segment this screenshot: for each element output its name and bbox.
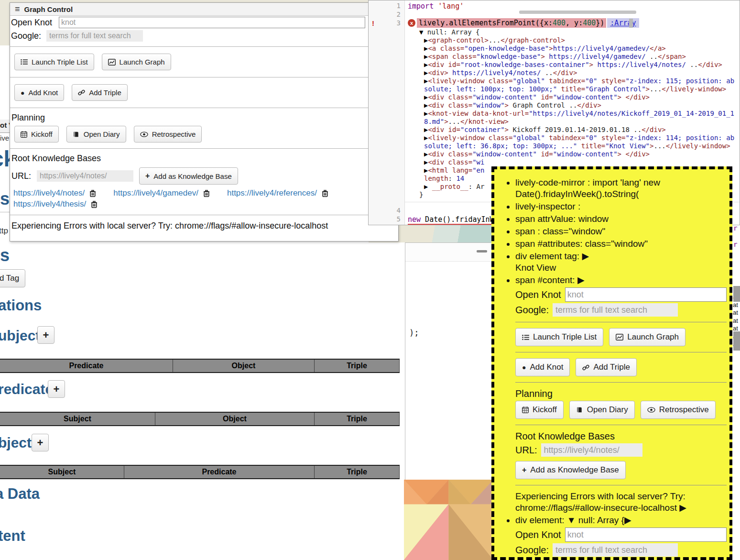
background-heading-s1: s	[0, 189, 10, 209]
trash-icon[interactable]	[203, 190, 210, 197]
editor-gutter: 1 2 3 4 5 !	[369, 0, 405, 225]
add-triple-button[interactable]: Add Triple	[576, 358, 637, 376]
add-knot-button[interactable]: ● Add Knot	[14, 84, 64, 101]
triple-table-header: SubjectObjectTriple	[0, 412, 400, 426]
tooltip-item: div element tag: ▶ Knot View	[515, 251, 727, 274]
knowledge-base-link[interactable]: https://lively4/references/	[227, 188, 317, 198]
url-label: URL:	[11, 171, 31, 181]
open-diary-button[interactable]: Open Diary	[66, 126, 126, 143]
background-heading-s2: s	[0, 245, 10, 265]
open-knot-label: Open Knot	[11, 18, 59, 28]
eye-icon	[647, 407, 655, 413]
minimize-icon[interactable]	[477, 250, 487, 253]
launch-triple-list-button[interactable]: Launch Triple List	[515, 328, 603, 346]
knowledge-base-link[interactable]: https://lively4/notes/	[13, 188, 85, 198]
knowledge-base-link[interactable]: https://lively4/gamedev/	[113, 188, 198, 198]
code-line-5[interactable]: new Date().fridayInW	[408, 215, 494, 224]
background-link-fragment-2[interactable]: ttp	[0, 226, 8, 236]
kickoff-button[interactable]: Kickoff	[14, 126, 59, 143]
launch-triple-list-button[interactable]: Launch Triple List	[14, 54, 94, 70]
retrospective-button[interactable]: Retrospective	[134, 126, 202, 143]
add-triple-label: Add Triple	[593, 362, 630, 372]
error-marker: !	[372, 19, 374, 27]
root-knowledge-bases-heading: Root Knowledge Bases	[11, 154, 398, 164]
error-code[interactable]: lively.allElementsFromPoint({x:400, y:40…	[417, 18, 606, 28]
google-search-input[interactable]	[46, 30, 143, 42]
tooltip-item: lively-code-mirror : import 'lang' new D…	[515, 177, 727, 200]
trash-icon[interactable]	[322, 190, 328, 197]
knowledge-base-link[interactable]: https://lively4/thesis/	[13, 199, 86, 209]
knowledge-base-url-input[interactable]	[37, 170, 133, 182]
tooltip-item: span #attributes: class="window"	[515, 238, 727, 250]
open-knot-input[interactable]	[565, 527, 727, 542]
knowledge-base-url-input[interactable]	[541, 443, 642, 457]
error-code-line[interactable]: x lively.allElementsFromPoint({x:400, y:…	[408, 18, 639, 28]
result-annotation[interactable]: :Array	[607, 18, 639, 28]
element-inspection-tooltip: lively-code-mirror : import 'lang' new D…	[491, 166, 732, 560]
background-link-fragment[interactable]: ive	[0, 134, 9, 142]
add-knowledge-base-button[interactable]: + Add as Knowledge Base	[515, 461, 626, 479]
table-column-header: Triple	[315, 466, 400, 478]
add-tag-button[interactable]: d Tag	[0, 269, 25, 287]
local-server-hint: Experiencing Errors with local server? T…	[515, 491, 727, 514]
add-knot-label: Add Knot	[28, 88, 58, 97]
google-search-input[interactable]	[553, 543, 678, 557]
add-predicate-button[interactable]: +	[48, 380, 65, 398]
link-chain-icon	[78, 89, 85, 96]
background-heading-ubject: ubject	[0, 328, 40, 344]
error-badge-icon: x	[408, 19, 415, 27]
add-knowledge-base-label: Add as Knowledge Base	[153, 172, 231, 180]
launch-graph-label: Launch Graph	[120, 58, 165, 66]
table-column-header: Subject	[0, 466, 124, 478]
scrollbar-thumb[interactable]	[733, 286, 740, 302]
tooltip-item: lively-inspector :	[515, 201, 727, 212]
table-column-header: Object	[173, 360, 315, 372]
launch-graph-button[interactable]: Launch Graph	[102, 54, 171, 70]
kickoff-button[interactable]: Kickoff	[515, 401, 564, 419]
list-icon	[522, 334, 529, 340]
dot-icon: ●	[21, 89, 24, 97]
knowledge-base-list: https://lively4/notes/ https://lively4/g…	[13, 188, 398, 209]
scrollbar-thumb[interactable]	[733, 331, 740, 351]
horizontal-scrollbar[interactable]	[519, 11, 636, 14]
retrospective-button[interactable]: Retrospective	[641, 401, 716, 419]
dot-icon: ●	[522, 363, 526, 371]
background-window-titlebar[interactable]	[405, 243, 493, 262]
add-knot-button[interactable]: ● Add Knot	[515, 358, 570, 376]
trash-icon[interactable]	[91, 201, 98, 208]
code-fragment: );	[409, 328, 419, 338]
scrollbar-thumb[interactable]	[629, 19, 633, 28]
book-icon	[576, 406, 583, 413]
tooltip-item: span attrValue: window	[515, 213, 727, 225]
background-heading-bject: bject	[0, 435, 32, 451]
chart-icon	[108, 59, 116, 66]
tooltip-item: div element: ▼ null: Array {▶ Open Knot …	[515, 515, 727, 560]
trash-icon[interactable]	[89, 190, 96, 197]
open-knot-input[interactable]	[565, 287, 727, 302]
add-object-button[interactable]: +	[32, 434, 49, 451]
window-menu-icon[interactable]: ≡	[15, 4, 20, 14]
background-divider	[0, 212, 11, 212]
graph-control-titlebar[interactable]: ≡ Graph Control —	[10, 3, 398, 16]
launch-graph-button[interactable]: Launch Graph	[609, 328, 686, 346]
add-knowledge-base-button[interactable]: + Add as Knowledge Base	[139, 167, 238, 185]
google-search-input[interactable]	[553, 303, 678, 317]
launch-graph-label: Launch Graph	[627, 332, 679, 342]
table-column-header: Predicate	[0, 360, 173, 372]
open-knot-input[interactable]	[59, 17, 365, 28]
triple-table-header: SubjectPredicateTriple	[0, 465, 400, 479]
add-subject-button[interactable]: +	[37, 326, 54, 344]
add-triple-button[interactable]: Add Triple	[72, 84, 128, 101]
knot-view-title: Knot View	[515, 262, 727, 274]
google-label: Google:	[11, 31, 46, 41]
table-column-header: Triple	[315, 413, 400, 425]
planning-heading: Planning	[11, 113, 398, 123]
open-diary-button[interactable]: Open Diary	[569, 401, 635, 419]
kickoff-label: Kickoff	[31, 130, 53, 138]
table-column-header: Triple	[315, 360, 400, 372]
knowledge-base-item: https://lively4/references/	[227, 188, 328, 198]
graph-control-window: ≡ Graph Control — Open Knot Google: Laun…	[10, 2, 399, 242]
tooltip-item-text: div element tag: ▶	[515, 251, 589, 261]
google-label: Google:	[515, 304, 549, 316]
code-line-1[interactable]: import 'lang'	[408, 2, 464, 11]
